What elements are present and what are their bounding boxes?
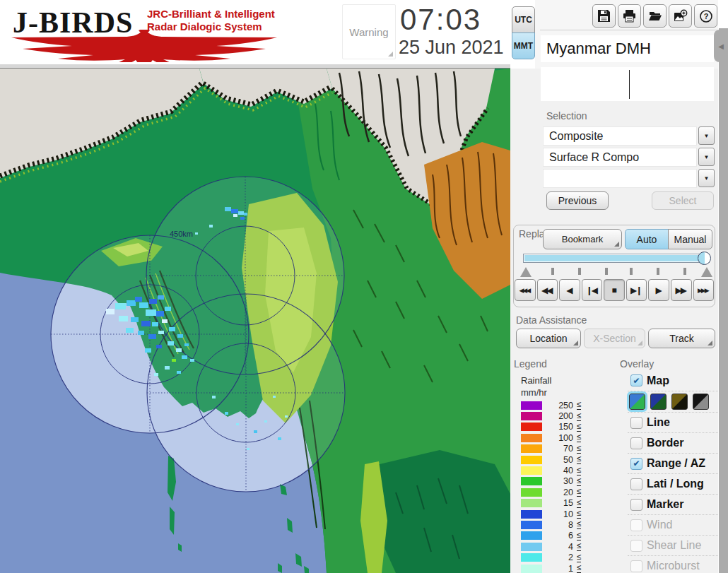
legend-color-swatch [521,434,542,442]
fast-forward-button[interactable]: ▶▶ [671,279,692,301]
legend-value: 40 [549,466,573,475]
legend-row: 6≤ [521,531,604,541]
rain-cell [231,209,238,213]
overlay-item-border: Border [628,432,718,453]
playback-controls: ◀◀◀◀◀◀❙◀■▶❙▶▶▶▶▶▶ [515,279,714,301]
bookmark-button[interactable]: Bookmark [543,229,622,249]
map-style-swatch-3[interactable] [671,394,688,410]
rewind-to-start-button[interactable]: ◀◀◀ [515,279,536,301]
replay-progress-slider[interactable] [523,254,710,263]
step-forward-button[interactable]: ▶❙ [626,279,647,301]
rain-cell [238,211,244,215]
clock-time: 07:03 [400,3,481,37]
checked-checkbox-map[interactable]: ✔ [630,374,642,386]
legend-row: 15≤ [521,498,604,509]
forward-to-end-button[interactable]: ▶▶▶ [693,279,715,301]
range-start-marker[interactable] [520,267,532,277]
rain-cell [162,319,168,323]
legend-color-swatch [521,510,542,519]
help-button[interactable]: ? [694,4,717,28]
checkbox-marker[interactable] [630,499,642,511]
manual-mode-button[interactable]: Manual [668,229,712,249]
slider-tick [683,268,686,275]
panel-edge-strip [719,28,728,573]
map-style-swatch-1[interactable] [629,394,645,410]
checkbox-border[interactable] [630,437,642,449]
product-list-field[interactable] [541,67,714,101]
legend-row: 8≤ [521,519,604,530]
auto-mode-button[interactable]: Auto [625,229,669,249]
panel-collapse-tab[interactable]: ◀ [714,30,728,62]
rain-cell [154,373,158,376]
map-style-swatch-4[interactable] [693,394,709,410]
overlay-label-border: Border [647,437,683,449]
option-dropdown-field[interactable] [543,169,697,188]
legend-value: 1 [549,564,573,573]
overlay-label-line: Line [647,416,670,429]
legend-color-swatch [521,553,542,562]
category-dropdown-arrow[interactable]: ▼ [698,126,715,145]
replay-slider-handle[interactable] [698,252,711,265]
checkbox-line[interactable] [630,417,642,429]
overlay-label-lati-long: Lati / Long [647,478,704,490]
legend-color-swatch [521,401,542,410]
track-button[interactable]: Track [648,329,715,348]
legend-unit-rainfall: Rainfall [521,375,551,386]
map-style-swatch-2[interactable] [650,394,667,410]
warning-button[interactable]: Warning [342,4,396,59]
overlay-item-range-az: ✔Range / AZ [628,453,718,473]
utc-timezone-button[interactable]: UTC [512,6,535,33]
checked-checkbox-range-az[interactable]: ✔ [630,458,642,470]
legend-operator: ≤ [577,509,581,519]
legend-operator: ≤ [577,477,581,486]
overlay-item-line: Line [628,412,718,432]
product-dropdown-field[interactable]: Surface R Compo [543,148,697,167]
legend-color-swatch [521,456,542,464]
save-button[interactable] [592,4,616,28]
legend-value: 4 [549,542,573,552]
legend-value: 20 [549,488,573,497]
legend-color-swatch [521,444,542,453]
range-end-marker[interactable] [701,267,712,277]
rain-cell [165,366,170,370]
play-button[interactable]: ▶ [648,279,669,301]
overlay-item-lati-long: Lati / Long [628,473,718,494]
capture-add-button[interactable] [669,4,692,28]
print-icon [623,9,636,23]
rain-cell [165,307,171,311]
rain-cell [169,327,175,331]
option-dropdown-arrow[interactable]: ▼ [698,169,715,187]
rain-cell [264,420,267,423]
rain-cell [233,214,237,217]
checkbox-lati-long[interactable] [630,478,642,490]
step-back-button[interactable]: ❙◀ [582,279,603,301]
rain-cell [244,213,247,215]
legend-row: 1≤ [521,563,604,573]
play-reverse-button[interactable]: ◀ [559,279,580,301]
legend-operator: ≤ [577,542,581,551]
eagle-logo-icon [7,30,287,62]
slider-tick [551,268,554,275]
legend-operator: ≤ [577,531,581,540]
legend-operator: ≤ [577,444,581,454]
legend-color-swatch [521,488,542,497]
radar-map-canvas[interactable]: 450km [0,69,510,573]
select-button[interactable]: Select [652,191,714,210]
capture-add-icon [674,9,688,23]
legend-row: 20≤ [521,487,604,497]
x-section-button[interactable]: X-Section [584,329,645,348]
mmt-timezone-button[interactable]: MMT [512,33,535,59]
location-button[interactable]: Location [516,329,581,348]
category-dropdown-field[interactable]: Composite [543,126,697,146]
rain-cell [152,322,158,326]
fast-rewind-button[interactable]: ◀◀ [537,279,558,301]
checkbox-shear-line [630,540,642,552]
open-file-button[interactable] [643,4,667,28]
print-button[interactable] [618,4,641,28]
product-dropdown-arrow[interactable]: ▼ [698,148,715,166]
legend-value: 8 [549,520,573,530]
previous-button[interactable]: Previous [546,191,609,210]
legend-color-swatch [521,412,542,420]
rain-cell [209,225,213,228]
stop-button[interactable]: ■ [604,279,625,301]
